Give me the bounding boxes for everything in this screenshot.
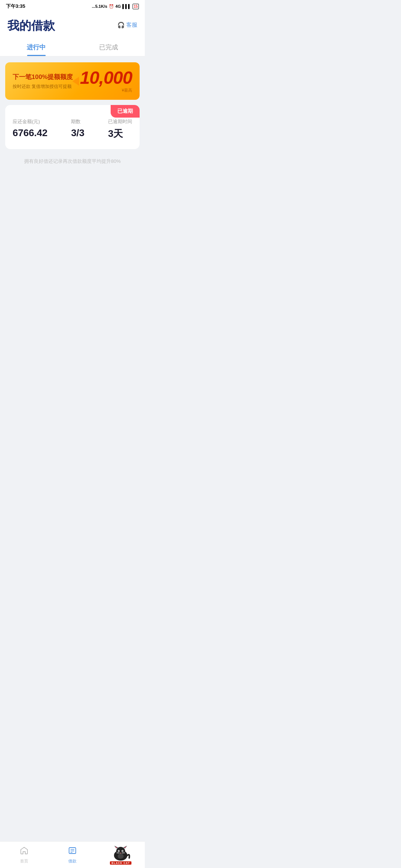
- period-label: 期数: [71, 118, 84, 125]
- headset-icon: 🎧: [117, 22, 125, 29]
- overdue-value: 3天: [108, 127, 132, 140]
- status-right: ...5.1K/s ⏰ 4G ▌▌▌ 15: [92, 4, 139, 9]
- promo-left: 下一笔100%提额额度 按时还款 复借增加授信可提额: [13, 73, 80, 90]
- footer-hint: 拥有良好借还记录再次借款额度平均提升80%: [5, 154, 140, 168]
- amount-label: 应还金额(元): [13, 118, 48, 125]
- tab-bar: 进行中 已完成: [0, 34, 145, 56]
- customer-service-label: 客服: [126, 22, 137, 29]
- page-header: 我的借款 🎧 客服: [0, 12, 145, 34]
- promo-arrow-decoration: [72, 77, 79, 86]
- alarm-icon: ⏰: [109, 4, 114, 9]
- loan-period-col: 期数 3/3: [71, 118, 84, 139]
- promo-highlight: 100%提额额度: [32, 73, 73, 80]
- period-value: 3/3: [71, 127, 84, 139]
- status-time: 下午3:35: [6, 3, 25, 10]
- page-title: 我的借款: [7, 18, 55, 34]
- customer-service-button[interactable]: 🎧 客服: [117, 18, 137, 29]
- loan-overdue-col: 已逾期时间 3天: [108, 118, 132, 140]
- battery-indicator: 15: [133, 4, 139, 9]
- promo-title: 下一笔100%提额额度: [13, 73, 80, 81]
- loan-card: 已逾期 应还金额(元) 6766.42 期数 3/3 已逾期时间 3天: [5, 105, 140, 149]
- loan-info-row: 应还金额(元) 6766.42 期数 3/3 已逾期时间 3天: [13, 118, 132, 140]
- loan-amount-col: 应还金额(元) 6766.42: [13, 118, 48, 139]
- tab-completed[interactable]: 已完成: [72, 40, 145, 56]
- promo-amount: 10,000: [80, 69, 132, 87]
- promo-subtitle: 按时还款 复借增加授信可提额: [13, 83, 80, 90]
- status-bar: 下午3:35 ...5.1K/s ⏰ 4G ▌▌▌ 15: [0, 0, 145, 12]
- promo-unit: ¥最高: [80, 88, 132, 93]
- tab-active[interactable]: 进行中: [0, 40, 72, 56]
- signal-icon: 4G: [115, 4, 121, 9]
- signal-bars-icon: ▌▌▌: [122, 4, 131, 9]
- amount-value: 6766.42: [13, 127, 48, 139]
- overdue-label: 已逾期时间: [108, 118, 132, 125]
- network-speed: ...5.1K/s: [92, 4, 107, 9]
- overdue-badge: 已逾期: [111, 105, 140, 118]
- main-content: 下一笔100%提额额度 按时还款 复借增加授信可提额 10,000 ¥最高 已逾…: [0, 56, 145, 279]
- promo-amount-block: 10,000 ¥最高: [80, 69, 132, 93]
- promo-banner: 下一笔100%提额额度 按时还款 复借增加授信可提额 10,000 ¥最高: [5, 62, 140, 100]
